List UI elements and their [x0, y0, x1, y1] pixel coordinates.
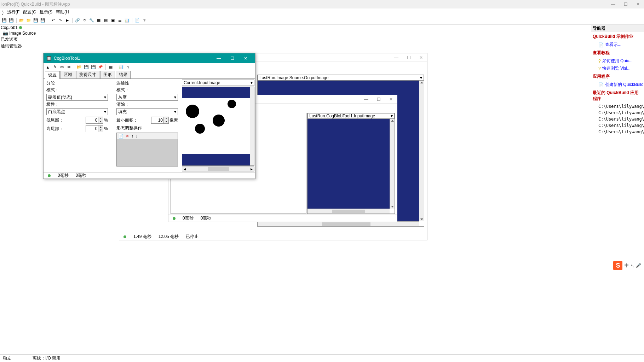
nav-link-view-samples[interactable]: 📄查看示...	[591, 41, 644, 48]
saveas-icon[interactable]: 💾	[40, 18, 46, 23]
menu-run[interactable]: 运行(F	[6, 8, 21, 16]
open2-icon[interactable]: 📂	[76, 64, 82, 70]
up-arrow-icon[interactable]: ↑	[131, 134, 133, 139]
tree-job[interactable]: CogJob1	[0, 25, 42, 30]
bg-hscrollbar[interactable]	[258, 221, 419, 226]
down-icon[interactable]: ▾	[98, 120, 103, 123]
nav-link-howto[interactable]: ?如何使用 Quic...	[591, 57, 644, 65]
help-icon[interactable]: ?	[142, 18, 147, 23]
rect-icon[interactable]: ▭	[59, 64, 65, 70]
tree-trigger[interactable]: 已发送项	[0, 36, 42, 43]
menu-config[interactable]: 配置(C	[22, 8, 38, 16]
bg-image-dropdown[interactable]: LastRun.Image Source.OutputImage▾	[258, 75, 424, 81]
mid-vscrollbar[interactable]	[390, 119, 395, 209]
down-icon[interactable]: ▾	[98, 129, 103, 132]
table-icon[interactable]: ▤	[103, 18, 109, 23]
pin-icon[interactable]: 📌	[98, 64, 103, 70]
tree-image-source[interactable]: 📷 Image Source	[0, 30, 42, 36]
low-input[interactable]	[86, 118, 98, 123]
nav-link-quicktour[interactable]: ?快速浏览 Visi...	[591, 65, 644, 72]
conn-mode-combo[interactable]: 灰度▾	[116, 94, 178, 101]
bg-minimize-button[interactable]: —	[394, 55, 398, 60]
front-close-button[interactable]: ✕	[239, 56, 252, 61]
bg-vscrollbar[interactable]	[419, 81, 424, 221]
menu-display[interactable]: 显示(S	[38, 8, 54, 16]
polarity-combo[interactable]: 白底黑点▾	[46, 108, 108, 115]
page-icon[interactable]: 📄	[134, 18, 140, 23]
front-image-dropdown[interactable]: Current.InputImage▾	[182, 80, 254, 86]
menu-help[interactable]: 帮助(H	[54, 8, 70, 16]
help2-icon[interactable]: ?	[125, 64, 131, 70]
pointer-icon[interactable]: ▲	[45, 64, 51, 70]
add-icon[interactable]: 📄	[118, 134, 123, 139]
front-hscrollbar[interactable]: ◂ ▸	[182, 167, 254, 171]
up-icon[interactable]: ▴	[98, 125, 103, 129]
saveall-icon[interactable]: 💾	[8, 18, 14, 23]
tab-measure[interactable]: 测得尺寸	[76, 71, 99, 78]
bg-maximize-button[interactable]: ☐	[407, 55, 411, 60]
clear-combo[interactable]: 填充▾	[116, 108, 178, 115]
left-arrow-icon[interactable]: ◂	[184, 167, 186, 171]
save-icon[interactable]: 💾	[1, 18, 7, 23]
nav-recent-3[interactable]: C:\Users\lilywang\Desk	[591, 122, 644, 129]
copy-icon[interactable]: ⧉	[66, 64, 72, 70]
refresh-icon[interactable]: ↻	[82, 18, 87, 23]
open-icon[interactable]: 📂	[19, 18, 24, 23]
maximize-button[interactable]: ☐	[624, 2, 628, 7]
list-icon[interactable]: ☰	[117, 18, 123, 23]
delete-icon[interactable]: ✕	[126, 134, 129, 139]
front-canvas[interactable]	[182, 87, 250, 165]
tab-results[interactable]: 结果	[116, 71, 131, 78]
grid-icon[interactable]: ▦	[96, 18, 102, 23]
nav-recent-2[interactable]: C:\Users\lilywang\Desk	[591, 116, 644, 122]
close-button[interactable]: ✕	[636, 2, 640, 7]
tree-comm[interactable]: 通讯管理器	[0, 43, 42, 49]
down-icon[interactable]: ▾	[163, 120, 168, 123]
link-icon[interactable]: 🔗	[75, 18, 80, 23]
high-input[interactable]	[86, 126, 98, 131]
menu-0[interactable]: )	[1, 9, 5, 16]
minarea-input[interactable]	[151, 118, 163, 123]
save3-icon[interactable]: 💾	[84, 64, 89, 70]
chart-icon[interactable]: 📊	[124, 18, 130, 23]
up-icon[interactable]: ▴	[163, 117, 168, 120]
scroll-thumb[interactable]	[208, 167, 229, 171]
mic-icon[interactable]: 🎤	[636, 263, 641, 268]
ime-punct[interactable]: •,	[631, 263, 634, 268]
save2-icon[interactable]: 💾	[33, 18, 39, 23]
tab-settings[interactable]: 设置	[45, 71, 60, 79]
mid-maximize-button[interactable]: ☐	[377, 97, 381, 102]
minimize-button[interactable]: —	[611, 2, 615, 7]
front-maximize-button[interactable]: ☐	[225, 56, 239, 61]
front-minimize-button[interactable]: —	[212, 56, 225, 61]
mid-canvas[interactable]	[307, 119, 390, 209]
up-icon[interactable]: ▴	[98, 117, 103, 120]
right-arrow-icon[interactable]: ▸	[251, 167, 253, 171]
tab-region[interactable]: 区域	[61, 71, 75, 78]
mode-combo[interactable]: 硬阈值(动态)▾	[46, 94, 108, 101]
minarea-spinner[interactable]: ▴▾	[151, 117, 169, 124]
props-icon[interactable]: ▣	[110, 18, 116, 23]
front-vscrollbar[interactable]	[250, 87, 254, 165]
undo-icon[interactable]: ↶	[50, 18, 56, 23]
low-spinner[interactable]: ▴▾	[86, 117, 103, 124]
mid-minimize-button[interactable]: —	[364, 97, 368, 102]
grid2-icon[interactable]: ▦	[108, 64, 114, 70]
down-arrow-icon[interactable]: ↓	[136, 134, 138, 139]
ime-indicator[interactable]: S 中 •, 🎤	[613, 261, 641, 270]
folder-icon[interactable]: 📁	[26, 18, 31, 23]
high-spinner[interactable]: ▴▾	[86, 125, 103, 132]
nav-recent-4[interactable]: C:\Users\lilywang\Desk	[591, 129, 644, 135]
redo-icon[interactable]: ↷	[57, 18, 63, 23]
run-icon[interactable]: ▶	[64, 18, 70, 23]
ime-lang[interactable]: 中	[625, 263, 629, 269]
mid-hscrollbar[interactable]	[307, 209, 390, 214]
bg-close-button[interactable]: ✕	[419, 55, 423, 60]
tab-graphics[interactable]: 图形	[100, 71, 115, 78]
nav-link-new[interactable]: 📄创建新的 QuickBuild	[591, 81, 644, 88]
mid-image-dropdown[interactable]: LastRun.CogBlobTool1.InputImage▾	[307, 113, 395, 119]
nav-recent-0[interactable]: C:\Users\lilywang\Desk	[591, 103, 644, 110]
tool-icon[interactable]: 🔧	[89, 18, 94, 23]
morph-listbox[interactable]: 📄 ✕ ↑ ↓	[116, 133, 178, 167]
edit-icon[interactable]: ✎	[52, 64, 58, 70]
